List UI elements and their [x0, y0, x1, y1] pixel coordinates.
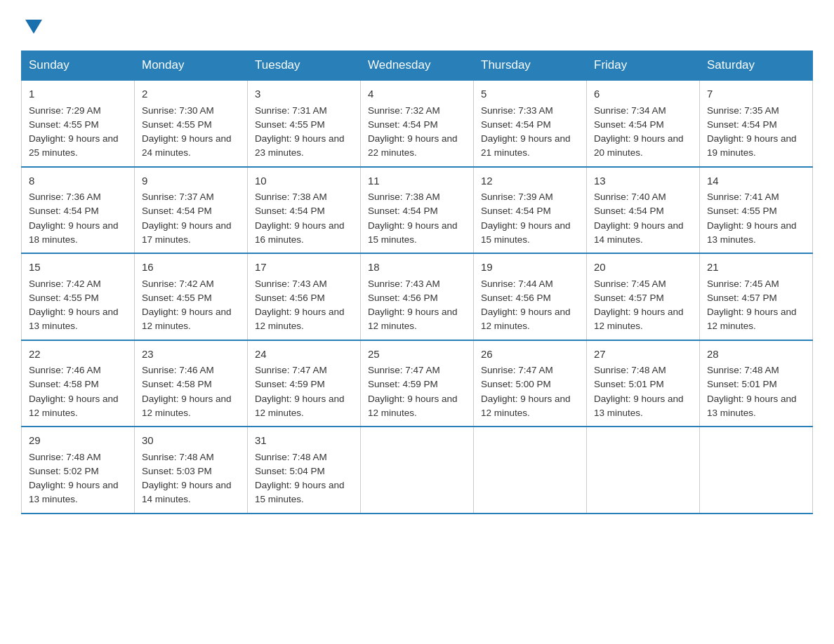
sunset-text: Sunset: 4:54 PM	[142, 204, 240, 218]
calendar-cell: 8 Sunrise: 7:36 AM Sunset: 4:54 PM Dayli…	[22, 167, 135, 254]
sunset-text: Sunset: 4:54 PM	[255, 204, 353, 218]
sunrise-text: Sunrise: 7:42 AM	[29, 277, 127, 291]
sunrise-text: Sunrise: 7:30 AM	[142, 104, 240, 118]
sunrise-text: Sunrise: 7:48 AM	[707, 363, 805, 377]
sunrise-text: Sunrise: 7:36 AM	[29, 190, 127, 204]
sunrise-text: Sunrise: 7:45 AM	[594, 277, 692, 291]
sunrise-text: Sunrise: 7:33 AM	[481, 104, 579, 118]
calendar-cell: 4 Sunrise: 7:32 AM Sunset: 4:54 PM Dayli…	[361, 80, 474, 167]
day-number: 6	[594, 86, 692, 102]
sunrise-text: Sunrise: 7:40 AM	[594, 190, 692, 204]
day-number: 13	[594, 173, 692, 189]
sunset-text: Sunset: 4:55 PM	[142, 118, 240, 132]
day-number: 12	[481, 173, 579, 189]
daylight-text: Daylight: 9 hours and 17 minutes.	[142, 219, 240, 248]
calendar-week-row: 22 Sunrise: 7:46 AM Sunset: 4:58 PM Dayl…	[22, 340, 813, 427]
day-number: 15	[29, 260, 127, 276]
calendar-cell: 26 Sunrise: 7:47 AM Sunset: 5:00 PM Dayl…	[474, 340, 587, 427]
daylight-text: Daylight: 9 hours and 25 minutes.	[29, 132, 127, 161]
calendar-cell: 11 Sunrise: 7:38 AM Sunset: 4:54 PM Dayl…	[361, 167, 474, 254]
calendar-cell: 14 Sunrise: 7:41 AM Sunset: 4:55 PM Dayl…	[700, 167, 813, 254]
day-number: 21	[707, 260, 805, 276]
sunrise-text: Sunrise: 7:47 AM	[368, 363, 466, 377]
calendar-table: SundayMondayTuesdayWednesdayThursdayFrid…	[21, 51, 813, 514]
day-number: 17	[255, 260, 353, 276]
sunset-text: Sunset: 5:02 PM	[29, 464, 127, 478]
day-number: 19	[481, 260, 579, 276]
calendar-week-row: 1 Sunrise: 7:29 AM Sunset: 4:55 PM Dayli…	[22, 80, 813, 167]
svg-marker-0	[25, 20, 42, 34]
sunset-text: Sunset: 4:55 PM	[707, 204, 805, 218]
calendar-cell: 17 Sunrise: 7:43 AM Sunset: 4:56 PM Dayl…	[248, 253, 361, 340]
day-number: 8	[29, 173, 127, 189]
day-number: 9	[142, 173, 240, 189]
calendar-header-tuesday: Tuesday	[248, 51, 361, 81]
calendar-cell: 5 Sunrise: 7:33 AM Sunset: 4:54 PM Dayli…	[474, 80, 587, 167]
daylight-text: Daylight: 9 hours and 22 minutes.	[368, 132, 466, 161]
calendar-header-saturday: Saturday	[700, 51, 813, 81]
calendar-header-monday: Monday	[135, 51, 248, 81]
calendar-cell: 28 Sunrise: 7:48 AM Sunset: 5:01 PM Dayl…	[700, 340, 813, 427]
calendar-cell: 31 Sunrise: 7:48 AM Sunset: 5:04 PM Dayl…	[248, 427, 361, 514]
calendar-week-row: 29 Sunrise: 7:48 AM Sunset: 5:02 PM Dayl…	[22, 427, 813, 514]
sunrise-text: Sunrise: 7:38 AM	[255, 190, 353, 204]
calendar-cell: 13 Sunrise: 7:40 AM Sunset: 4:54 PM Dayl…	[587, 167, 700, 254]
day-number: 7	[707, 86, 805, 102]
day-number: 23	[142, 347, 240, 363]
logo-arrow-icon	[22, 15, 45, 41]
calendar-cell: 16 Sunrise: 7:42 AM Sunset: 4:55 PM Dayl…	[135, 253, 248, 340]
day-number: 5	[481, 86, 579, 102]
daylight-text: Daylight: 9 hours and 24 minutes.	[142, 132, 240, 161]
calendar-cell: 22 Sunrise: 7:46 AM Sunset: 4:58 PM Dayl…	[22, 340, 135, 427]
daylight-text: Daylight: 9 hours and 12 minutes.	[368, 392, 466, 421]
calendar-week-row: 15 Sunrise: 7:42 AM Sunset: 4:55 PM Dayl…	[22, 253, 813, 340]
calendar-cell: 15 Sunrise: 7:42 AM Sunset: 4:55 PM Dayl…	[22, 253, 135, 340]
calendar-cell	[474, 427, 587, 514]
daylight-text: Daylight: 9 hours and 12 minutes.	[594, 305, 692, 334]
daylight-text: Daylight: 9 hours and 13 minutes.	[707, 392, 805, 421]
daylight-text: Daylight: 9 hours and 23 minutes.	[255, 132, 353, 161]
daylight-text: Daylight: 9 hours and 12 minutes.	[481, 392, 579, 421]
sunrise-text: Sunrise: 7:37 AM	[142, 190, 240, 204]
sunset-text: Sunset: 4:56 PM	[255, 291, 353, 305]
sunset-text: Sunset: 5:01 PM	[594, 377, 692, 391]
calendar-cell: 29 Sunrise: 7:48 AM Sunset: 5:02 PM Dayl…	[22, 427, 135, 514]
sunrise-text: Sunrise: 7:44 AM	[481, 277, 579, 291]
day-number: 1	[29, 86, 127, 102]
calendar-cell: 9 Sunrise: 7:37 AM Sunset: 4:54 PM Dayli…	[135, 167, 248, 254]
calendar-cell	[587, 427, 700, 514]
day-number: 24	[255, 347, 353, 363]
sunrise-text: Sunrise: 7:47 AM	[481, 363, 579, 377]
sunrise-text: Sunrise: 7:43 AM	[255, 277, 353, 291]
sunset-text: Sunset: 4:54 PM	[707, 118, 805, 132]
daylight-text: Daylight: 9 hours and 12 minutes.	[142, 305, 240, 334]
calendar-cell: 6 Sunrise: 7:34 AM Sunset: 4:54 PM Dayli…	[587, 80, 700, 167]
calendar-cell: 18 Sunrise: 7:43 AM Sunset: 4:56 PM Dayl…	[361, 253, 474, 340]
sunrise-text: Sunrise: 7:32 AM	[368, 104, 466, 118]
sunrise-text: Sunrise: 7:46 AM	[142, 363, 240, 377]
sunrise-text: Sunrise: 7:46 AM	[29, 363, 127, 377]
daylight-text: Daylight: 9 hours and 12 minutes.	[255, 305, 353, 334]
calendar-cell: 25 Sunrise: 7:47 AM Sunset: 4:59 PM Dayl…	[361, 340, 474, 427]
sunrise-text: Sunrise: 7:45 AM	[707, 277, 805, 291]
calendar-header-wednesday: Wednesday	[361, 51, 474, 81]
calendar-cell: 27 Sunrise: 7:48 AM Sunset: 5:01 PM Dayl…	[587, 340, 700, 427]
sunset-text: Sunset: 4:57 PM	[594, 291, 692, 305]
daylight-text: Daylight: 9 hours and 16 minutes.	[255, 219, 353, 248]
day-number: 22	[29, 347, 127, 363]
sunset-text: Sunset: 4:54 PM	[594, 204, 692, 218]
daylight-text: Daylight: 9 hours and 15 minutes.	[368, 219, 466, 248]
sunset-text: Sunset: 4:54 PM	[481, 204, 579, 218]
day-number: 28	[707, 347, 805, 363]
day-number: 10	[255, 173, 353, 189]
sunset-text: Sunset: 4:54 PM	[481, 118, 579, 132]
sunset-text: Sunset: 4:55 PM	[255, 118, 353, 132]
page-header	[21, 14, 813, 36]
day-number: 11	[368, 173, 466, 189]
sunrise-text: Sunrise: 7:43 AM	[368, 277, 466, 291]
calendar-cell: 19 Sunrise: 7:44 AM Sunset: 4:56 PM Dayl…	[474, 253, 587, 340]
daylight-text: Daylight: 9 hours and 20 minutes.	[594, 132, 692, 161]
calendar-cell: 10 Sunrise: 7:38 AM Sunset: 4:54 PM Dayl…	[248, 167, 361, 254]
calendar-header-thursday: Thursday	[474, 51, 587, 81]
daylight-text: Daylight: 9 hours and 21 minutes.	[481, 132, 579, 161]
